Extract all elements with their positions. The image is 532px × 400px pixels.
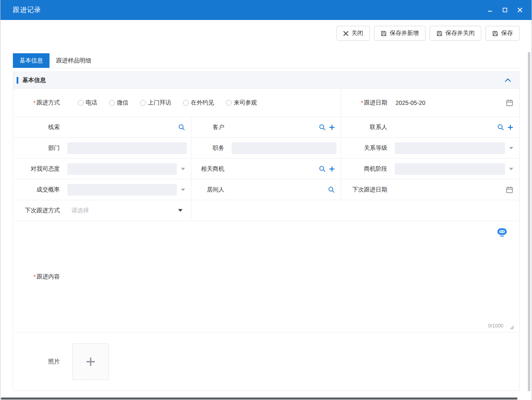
field-label-opportunity: 相关商机 bbox=[191, 159, 227, 179]
field-label-next-follow-method: 下次跟进方式 bbox=[13, 200, 62, 221]
opportunity-input[interactable] bbox=[227, 159, 319, 179]
radio-icon bbox=[78, 100, 84, 106]
radio-option-wechat[interactable]: 微信 bbox=[109, 99, 129, 107]
add-icon[interactable] bbox=[329, 124, 335, 130]
photo-upload-button[interactable] bbox=[72, 343, 109, 380]
close-icon bbox=[343, 31, 349, 36]
calendar-icon[interactable] bbox=[506, 186, 513, 194]
photo-field bbox=[62, 333, 519, 390]
maximize-icon[interactable] bbox=[501, 6, 509, 14]
field-label-follow-method: * 跟进方式 bbox=[13, 89, 62, 117]
horizontal-scrollbar[interactable] bbox=[1, 398, 517, 400]
field-label-customer: 客户 bbox=[191, 117, 227, 137]
follow-date-value: 2025-05-20 bbox=[390, 99, 426, 106]
next-follow-method-select[interactable]: 请选择 bbox=[62, 200, 191, 221]
required-marker: * bbox=[34, 273, 36, 280]
section-header: 基本信息 bbox=[13, 72, 519, 88]
radio-option-company-visit[interactable]: 来司参观 bbox=[226, 99, 257, 107]
save-and-new-button[interactable]: 保存并新增 bbox=[374, 26, 426, 41]
save-and-close-label: 保存并关闭 bbox=[445, 30, 475, 37]
intermediary-input[interactable] bbox=[227, 179, 328, 200]
vertical-scrollbar[interactable] bbox=[528, 52, 530, 391]
basic-info-panel: 基本信息 * 跟进方式 电话 bbox=[13, 72, 520, 391]
search-icon[interactable] bbox=[319, 124, 326, 131]
next-follow-date-field[interactable] bbox=[390, 179, 519, 200]
save-button-label: 保存 bbox=[501, 30, 513, 37]
radio-icon bbox=[140, 100, 146, 106]
attitude-select-disabled bbox=[67, 163, 177, 175]
deal-probability-select-disabled bbox=[67, 184, 177, 196]
tab-strip: 基本信息 跟进样品明细 bbox=[13, 53, 520, 68]
chevron-down-icon bbox=[181, 189, 185, 191]
relation-level-field bbox=[390, 138, 519, 158]
department-input-disabled bbox=[67, 142, 187, 154]
chevron-down-icon[interactable] bbox=[178, 209, 183, 212]
chevron-up-icon[interactable] bbox=[505, 78, 511, 82]
customer-field bbox=[227, 117, 341, 137]
follow-method-field: 电话 微信 上门拜访 在外约见 bbox=[62, 89, 341, 117]
search-icon[interactable] bbox=[497, 124, 504, 131]
save-and-close-button[interactable]: 保存并关闭 bbox=[430, 26, 481, 41]
field-label-contact: 联系人 bbox=[341, 117, 390, 137]
customer-input[interactable] bbox=[227, 117, 319, 137]
form-row: 照片 bbox=[13, 332, 519, 390]
contact-input[interactable] bbox=[390, 117, 497, 137]
radio-icon bbox=[226, 100, 232, 106]
main-content: 基本信息 跟进样品明细 基本信息 * 跟进方式 bbox=[0, 53, 532, 391]
resize-handle-icon[interactable] bbox=[509, 325, 514, 330]
opportunity-stage-select-disabled bbox=[395, 163, 505, 175]
search-icon[interactable] bbox=[328, 186, 335, 193]
save-icon bbox=[381, 30, 387, 37]
empty-cell bbox=[191, 200, 519, 221]
search-icon[interactable] bbox=[178, 124, 185, 131]
add-icon[interactable] bbox=[329, 166, 335, 172]
form-row: 部门 职务 关系等级 bbox=[13, 137, 519, 158]
chevron-down-icon bbox=[509, 168, 513, 170]
radio-option-meet-outside[interactable]: 在外约见 bbox=[183, 99, 214, 107]
upload-plus-icon bbox=[85, 356, 96, 367]
contact-field bbox=[390, 117, 519, 137]
field-label-department: 部门 bbox=[13, 138, 62, 158]
minimize-icon[interactable] bbox=[486, 6, 494, 14]
save-icon bbox=[436, 30, 443, 37]
radio-option-phone[interactable]: 电话 bbox=[78, 99, 97, 107]
form-row: 下次跟进方式 请选择 bbox=[13, 200, 519, 221]
save-and-new-label: 保存并新增 bbox=[390, 30, 419, 37]
section-accent-bar bbox=[17, 77, 18, 84]
form-row: * 跟进方式 电话 微信 bbox=[13, 88, 519, 117]
toolbar: 关闭 保存并新增 保存并关闭 保存 bbox=[0, 20, 532, 41]
close-window-icon[interactable] bbox=[516, 6, 524, 14]
attitude-field bbox=[62, 159, 191, 179]
field-label-follow-date: * 跟进日期 bbox=[341, 89, 390, 117]
field-label-relation-level: 关系等级 bbox=[341, 138, 390, 158]
required-marker: * bbox=[361, 99, 363, 106]
radio-option-visit[interactable]: 上门拜访 bbox=[140, 99, 171, 107]
field-label-next-follow-date: 下次跟进日期 bbox=[341, 179, 390, 200]
chevron-down-icon bbox=[181, 168, 185, 170]
form-row: 成交概率 居间人 下次跟进日期 bbox=[13, 179, 519, 200]
opportunity-field bbox=[227, 159, 341, 179]
field-label-photo: 照片 bbox=[13, 333, 62, 390]
form-row: 线索 客户 bbox=[13, 117, 519, 137]
search-icon[interactable] bbox=[319, 165, 326, 172]
tab-basic-info[interactable]: 基本信息 bbox=[13, 53, 49, 68]
lead-field bbox=[62, 117, 191, 137]
add-icon[interactable] bbox=[507, 124, 513, 130]
radio-icon bbox=[109, 100, 115, 106]
department-field bbox=[62, 138, 191, 158]
select-placeholder: 请选择 bbox=[62, 207, 89, 214]
required-marker: * bbox=[33, 99, 35, 106]
tab-sample-detail[interactable]: 跟进样品明细 bbox=[49, 53, 98, 68]
ai-assistant-icon[interactable] bbox=[496, 225, 508, 239]
window-controls bbox=[486, 6, 524, 14]
save-button[interactable]: 保存 bbox=[485, 26, 520, 41]
close-button[interactable]: 关闭 bbox=[337, 26, 370, 41]
follow-content-textarea[interactable] bbox=[62, 221, 519, 332]
calendar-icon[interactable] bbox=[506, 99, 513, 107]
job-title-input-disabled bbox=[232, 142, 337, 154]
follow-date-field[interactable]: 2025-05-20 bbox=[390, 89, 519, 117]
lead-input[interactable] bbox=[62, 117, 178, 137]
save-icon bbox=[492, 30, 498, 37]
chevron-down-icon bbox=[509, 147, 513, 149]
opportunity-stage-field bbox=[390, 159, 519, 179]
